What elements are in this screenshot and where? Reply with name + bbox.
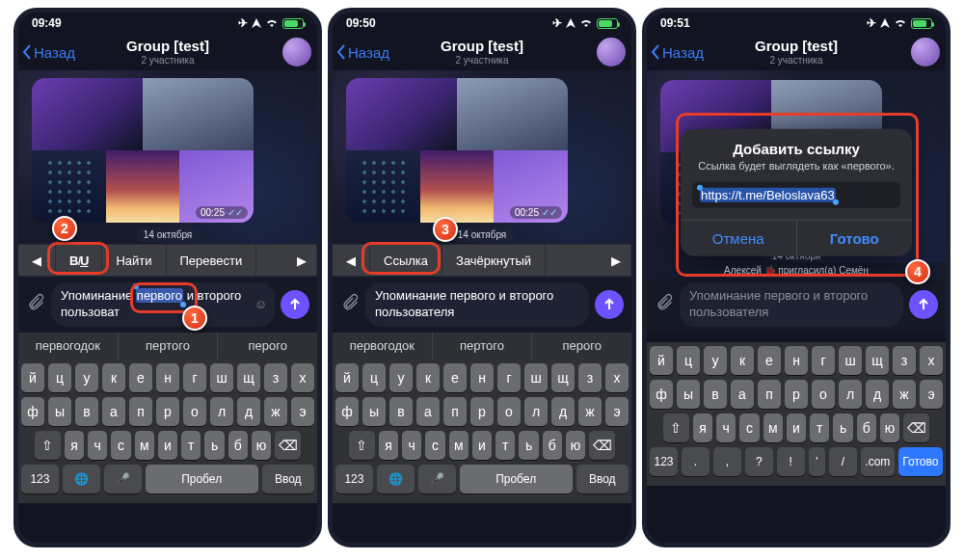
key[interactable]: б (857, 413, 876, 442)
key[interactable]: ц (677, 346, 700, 375)
key[interactable]: ф (650, 380, 673, 409)
key[interactable]: ц (48, 363, 71, 392)
mic-key[interactable]: 🎤 (418, 465, 456, 493)
back-button[interactable]: Назад (22, 44, 75, 61)
key[interactable]: а (102, 397, 125, 426)
key[interactable]: ю (566, 431, 585, 460)
shift-key[interactable]: ⇧ (663, 413, 689, 442)
key[interactable]: п (129, 397, 152, 426)
key[interactable]: р (785, 380, 808, 409)
send-button[interactable] (909, 290, 938, 319)
key[interactable]: е (443, 363, 467, 392)
back-button[interactable]: Назад (651, 44, 704, 61)
key[interactable]: м (135, 431, 154, 460)
key[interactable]: й (21, 363, 44, 392)
key[interactable]: х (605, 363, 629, 392)
find-button[interactable]: Найти (102, 245, 166, 276)
numbers-key[interactable]: 123 (650, 447, 678, 476)
key[interactable]: т (495, 431, 515, 460)
com-key[interactable]: .com (861, 447, 895, 476)
key[interactable]: д (237, 397, 260, 426)
more-left-button[interactable]: ◀ (18, 245, 56, 276)
key[interactable]: ж (893, 380, 916, 409)
key[interactable]: и (158, 431, 177, 460)
key[interactable]: к (731, 346, 754, 375)
more-right-button[interactable]: ▶ (602, 245, 631, 276)
image-message[interactable]: 00:25✓✓ (346, 78, 568, 223)
send-button[interactable] (595, 290, 624, 319)
key[interactable]: ч (88, 431, 107, 460)
suggestion[interactable]: первогодок (333, 333, 433, 360)
qmark-key[interactable]: ? (745, 447, 773, 476)
globe-key[interactable]: 🌐 (63, 465, 100, 493)
format-biu-button[interactable]: BIU (56, 245, 102, 276)
send-button[interactable] (281, 290, 309, 319)
chat-body[interactable]: 00:25✓✓ 14 октября (333, 70, 631, 244)
key[interactable]: с (425, 431, 444, 460)
key[interactable]: р (470, 397, 494, 426)
key[interactable]: ш (524, 363, 548, 392)
key[interactable]: э (605, 397, 629, 426)
key[interactable]: ф (21, 397, 44, 426)
key[interactable]: ч (716, 413, 736, 442)
key[interactable]: б (543, 431, 562, 460)
key[interactable]: ь (519, 431, 538, 460)
key[interactable]: ь (204, 431, 224, 460)
emoji-icon[interactable]: ☺ (254, 296, 267, 312)
translate-button[interactable]: Перевести (167, 245, 257, 276)
key[interactable]: щ (551, 363, 575, 392)
avatar[interactable] (597, 38, 626, 67)
attach-icon[interactable] (655, 293, 674, 316)
key[interactable]: ц (362, 363, 386, 392)
key[interactable]: о (812, 380, 835, 409)
key[interactable]: й (650, 346, 673, 375)
backspace-key[interactable]: ⌫ (275, 431, 301, 460)
key[interactable]: з (893, 346, 916, 375)
key[interactable]: у (75, 363, 98, 392)
key[interactable]: и (472, 431, 492, 460)
key[interactable]: э (291, 397, 314, 426)
key[interactable]: ы (48, 397, 71, 426)
key[interactable]: ь (833, 413, 852, 442)
key[interactable]: р (156, 397, 179, 426)
key[interactable]: ш (210, 363, 233, 392)
key[interactable]: к (416, 363, 440, 392)
bang-key[interactable]: ! (777, 447, 805, 476)
key[interactable]: к (102, 363, 125, 392)
comma-key[interactable]: , (713, 447, 741, 476)
message-input[interactable]: Упоминание первого и второго пользовател… (365, 282, 589, 327)
key[interactable]: о (497, 397, 521, 426)
suggestion[interactable]: перого (218, 333, 317, 360)
dot-key[interactable]: . (682, 447, 710, 476)
space-key[interactable]: Пробел (460, 465, 573, 493)
key[interactable]: л (210, 397, 233, 426)
key[interactable]: з (578, 363, 602, 392)
message-input[interactable]: Упоминание первого и второго пользоват ☺ (51, 282, 275, 327)
shift-key[interactable]: ⇧ (349, 431, 375, 460)
enter-key[interactable]: Ввод (262, 465, 314, 493)
key[interactable]: т (810, 413, 829, 442)
selected-word[interactable]: первого (136, 288, 183, 303)
message-input[interactable]: Упоминание первого и второго пользовател… (680, 282, 903, 327)
key[interactable]: й (335, 363, 359, 392)
key[interactable]: н (785, 346, 808, 375)
slash-key[interactable]: / (829, 447, 857, 476)
more-left-button[interactable]: ◀ (333, 245, 370, 276)
key[interactable]: т (181, 431, 201, 460)
key[interactable]: ф (335, 397, 359, 426)
space-key[interactable]: Пробел (146, 465, 258, 493)
key[interactable]: е (129, 363, 152, 392)
avatar[interactable] (911, 38, 940, 67)
key[interactable]: м (763, 413, 783, 442)
key[interactable]: ч (402, 431, 421, 460)
key[interactable]: в (389, 397, 413, 426)
key[interactable]: е (758, 346, 781, 375)
key[interactable]: в (75, 397, 98, 426)
key[interactable]: г (497, 363, 521, 392)
key[interactable]: у (704, 346, 727, 375)
key[interactable]: н (156, 363, 179, 392)
key[interactable]: и (787, 413, 806, 442)
backspace-key[interactable]: ⌫ (589, 431, 615, 460)
key[interactable]: я (693, 413, 712, 442)
key[interactable]: щ (237, 363, 260, 392)
